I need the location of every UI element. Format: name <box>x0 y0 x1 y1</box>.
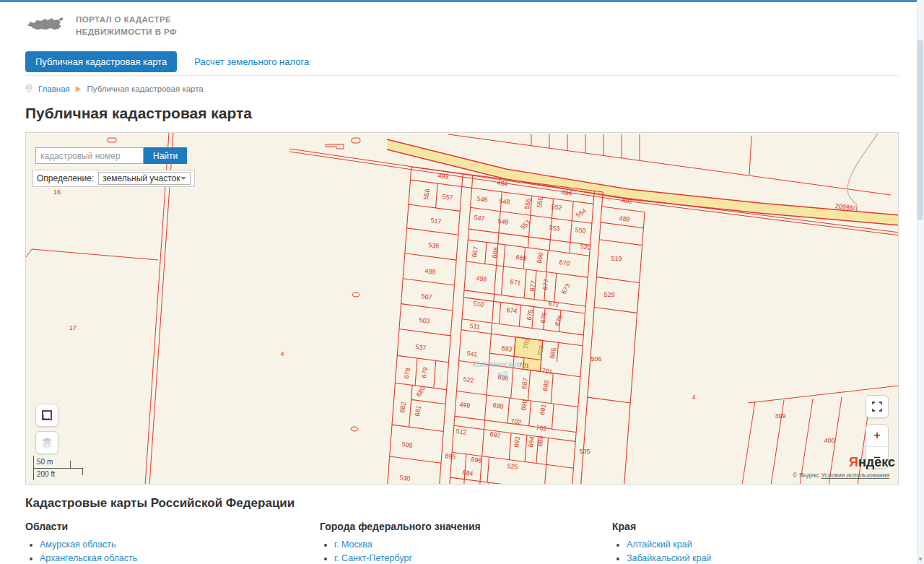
secondary-road <box>847 134 878 205</box>
layers-icon <box>40 435 54 450</box>
scrollbar-thumb[interactable] <box>918 40 923 220</box>
region-link[interactable]: Алтайский край <box>627 539 692 550</box>
chevron-down-icon <box>180 177 186 180</box>
layers-button[interactable] <box>35 431 58 454</box>
object-type-select[interactable]: земельный участок <box>98 172 191 185</box>
terms-of-use-link[interactable]: Условия использования <box>821 472 889 479</box>
search-input[interactable] <box>35 147 144 164</box>
parcel-block <box>387 167 646 485</box>
page-title: Публичная кадастровая карта <box>25 105 899 122</box>
column-title: Края <box>612 521 899 532</box>
scale-bar: 50 m 200 ft <box>30 456 95 482</box>
main-tabs: Публичная кадастровая карта Расчет земел… <box>25 51 899 76</box>
filter-label: Определение: <box>37 173 94 183</box>
list-item: г. Москва <box>334 539 612 550</box>
highlighted-parcel-703[interactable] <box>513 337 543 372</box>
measure-button[interactable] <box>35 404 58 427</box>
list-item: Архангельская область <box>40 553 320 563</box>
list-item: г. Санкт-Петербург <box>334 553 612 563</box>
tab-land-tax-calc[interactable]: Расчет земельного налога <box>184 51 319 72</box>
search-button[interactable]: Найти <box>144 147 187 164</box>
region-link[interactable]: Архангельская область <box>40 553 137 563</box>
list-item: Амурская область <box>40 539 320 550</box>
definition-filter: Определение: земельный участок <box>32 170 195 187</box>
region-link[interactable]: Забайкальский край <box>627 553 711 563</box>
breadcrumb-home-link[interactable]: Главная <box>38 84 70 93</box>
scrollbar-down-arrow[interactable]: ▼ <box>917 556 924 563</box>
map-attribution: © Яндекс Условия использования <box>793 472 889 479</box>
yandex-logo[interactable]: Яндекс <box>849 455 895 470</box>
scale-feet: 200 ft <box>37 470 55 478</box>
column-title: Области <box>25 521 320 532</box>
fullscreen-icon <box>871 401 883 412</box>
column-oblasti: Области Амурская область Архангельская о… <box>25 521 320 564</box>
road-band <box>387 139 899 225</box>
site-logo[interactable]: ПОРТАЛ О КАДАСТРЕ НЕДВИЖИМОСТИ В РФ <box>25 11 899 41</box>
footer-heading: Кадастровые карты Российской Федерации <box>25 496 899 511</box>
tab-public-cadastral-map[interactable]: Публичная кадастровая карта <box>25 51 177 72</box>
column-title: Города федерального значения <box>320 521 612 532</box>
region-columns: Области Амурская область Архангельская о… <box>25 521 899 564</box>
top-accent-strip <box>0 0 924 2</box>
site-title: ПОРТАЛ О КАДАСТРЕ НЕДВИЖИМОСТИ В РФ <box>76 14 177 38</box>
page-scrollbar[interactable]: ▼ <box>917 0 924 564</box>
region-link[interactable]: г. Санкт-Петербург <box>334 553 412 563</box>
breadcrumb: Главная ▶ Публичная кадастровая карта <box>25 84 899 93</box>
location-pin-icon <box>25 84 32 93</box>
column-krais: Края Алтайский край Забайкальский край К… <box>612 521 899 564</box>
list-item: Забайкальский край <box>627 553 899 563</box>
scale-meters: 50 m <box>37 458 53 466</box>
region-link[interactable]: Амурская область <box>40 539 116 550</box>
column-federal-cities: Города федерального значения г. Москва г… <box>320 521 612 564</box>
region-link[interactable]: г. Москва <box>334 539 372 550</box>
ruler-icon <box>40 409 53 422</box>
fullscreen-button[interactable] <box>866 395 889 418</box>
copyright-text: © Яндекс <box>793 472 819 479</box>
zoom-in-button[interactable]: + <box>866 425 888 446</box>
russia-map-icon <box>25 14 67 38</box>
cadastral-map[interactable]: 16174439940020998/1493494494492556557546… <box>25 132 899 485</box>
breadcrumb-separator-icon: ▶ <box>76 84 82 92</box>
breadcrumb-current: Публичная кадастровая карта <box>87 84 203 93</box>
cadastral-search: Найти <box>35 147 187 164</box>
list-item: Алтайский край <box>627 539 899 550</box>
